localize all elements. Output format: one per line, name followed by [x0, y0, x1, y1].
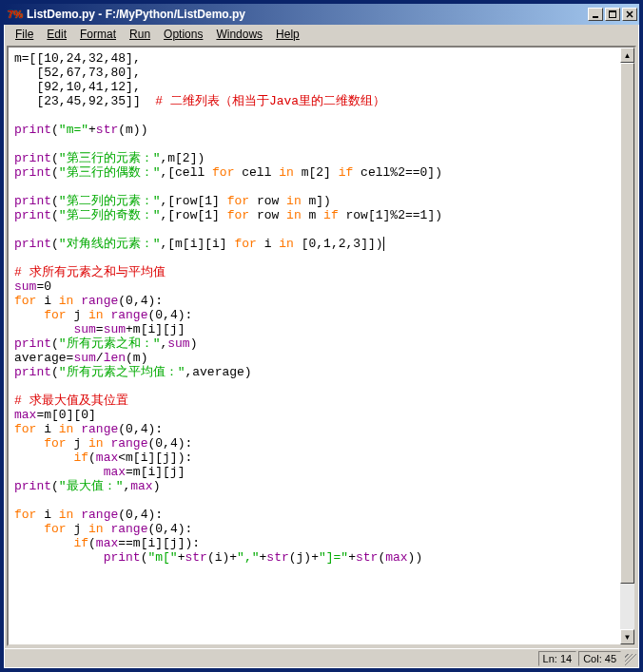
maximize-button[interactable] [605, 8, 620, 21]
menu-run[interactable]: Run [123, 27, 157, 42]
minimize-button[interactable] [588, 8, 603, 21]
scroll-down-button[interactable]: ▼ [620, 629, 634, 644]
status-line: Ln: 14 [538, 651, 577, 666]
scroll-up-button[interactable]: ▲ [620, 48, 634, 63]
menubar: File Edit Format Run Options Windows Hel… [5, 25, 638, 44]
titlebar[interactable]: 7% ListDemo.py - F:/MyPython/ListDemo.py [4, 4, 639, 25]
vertical-scrollbar[interactable]: ▲ ▼ [619, 48, 634, 644]
app-icon: 7% [8, 7, 23, 22]
scroll-track[interactable] [620, 63, 634, 629]
svg-rect-2 [609, 10, 616, 12]
menu-file[interactable]: File [9, 27, 40, 42]
menu-format[interactable]: Format [73, 27, 123, 42]
menu-windows[interactable]: Windows [209, 27, 269, 42]
menu-edit[interactable]: Edit [40, 27, 73, 42]
editor-frame: m=[[10,24,32,48], [52,67,73,80], [92,10,… [7, 46, 636, 646]
menu-help[interactable]: Help [269, 27, 306, 42]
statusbar: Ln: 14 Col: 45 [5, 648, 638, 667]
client-area: File Edit Format Run Options Windows Hel… [4, 25, 639, 668]
scroll-thumb[interactable] [620, 63, 634, 584]
app-window: 7% ListDemo.py - F:/MyPython/ListDemo.py… [0, 0, 643, 672]
close-button[interactable] [622, 8, 637, 21]
resize-grip[interactable] [625, 654, 636, 665]
menu-options[interactable]: Options [157, 27, 209, 42]
window-title: ListDemo.py - F:/MyPython/ListDemo.py [27, 8, 588, 21]
status-col: Col: 45 [578, 651, 621, 666]
svg-rect-0 [593, 16, 598, 18]
code-editor[interactable]: m=[[10,24,32,48], [52,67,73,80], [92,10,… [9, 48, 619, 644]
